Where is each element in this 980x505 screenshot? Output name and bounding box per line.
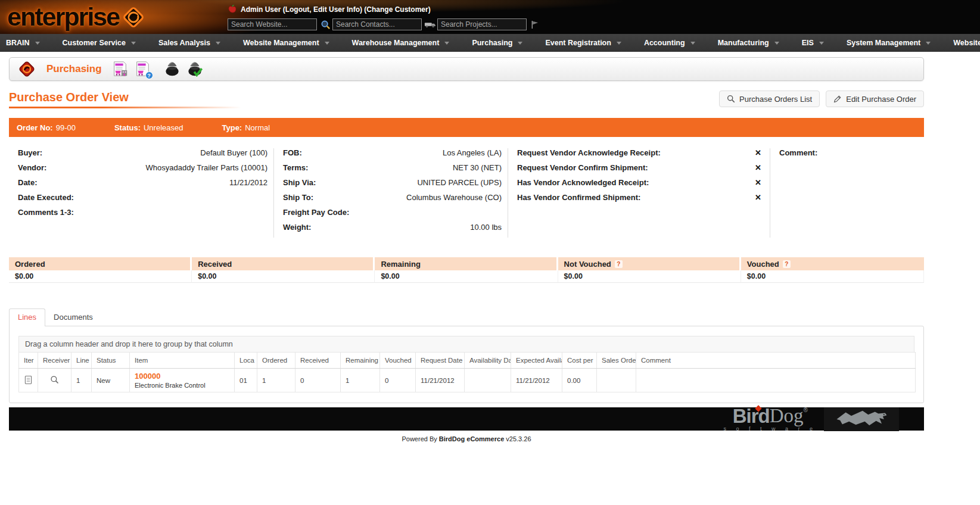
nav-item-warehouse-management[interactable]: Warehouse Management <box>352 39 450 47</box>
user-info[interactable]: Admin User (Logout, Edit User Info) (Cha… <box>241 5 431 14</box>
purchase-order-icon[interactable] <box>110 60 129 79</box>
edit-purchase-order-button[interactable]: Edit Purchase Order <box>826 91 924 107</box>
lines-grid: Iter Receiver Line Status Item Loca Orde… <box>18 352 916 392</box>
order-status: Status:Unreleased <box>114 123 183 132</box>
enterprise-logo[interactable]: enterprise <box>0 0 228 34</box>
help-icon[interactable]: ? <box>615 260 623 268</box>
tab-documents[interactable]: Documents <box>45 309 101 326</box>
availability-date-cell <box>465 369 511 392</box>
mrp-icon[interactable] <box>163 60 182 79</box>
sales-order-cell <box>597 369 636 392</box>
nav-item-manufacturing[interactable]: Manufacturing <box>718 39 779 47</box>
request-date-cell: 11/21/2012 <box>416 369 465 392</box>
chevron-down-icon <box>131 42 136 45</box>
chevron-down-icon <box>690 42 695 45</box>
nav-item-website[interactable]: Website <box>953 39 980 47</box>
column-header-line[interactable]: Line <box>71 353 92 369</box>
column-header-vouched[interactable]: Vouched <box>380 353 416 369</box>
search-icon[interactable] <box>318 19 332 30</box>
column-header-item[interactable]: Item <box>130 353 235 369</box>
chevron-down-icon <box>926 42 931 45</box>
enterprise-logo-text: enterprise <box>7 4 119 30</box>
footer-bar: BirdDog® s o f t w a r e <box>9 407 924 431</box>
status-cell: New <box>92 369 130 392</box>
column-header-status[interactable]: Status <box>92 353 130 369</box>
search-contacts-input[interactable] <box>332 18 422 30</box>
column-header-request-date[interactable]: Request Date <box>416 353 465 369</box>
order-type: Type:Normal <box>222 123 270 132</box>
nav-item-event-registration[interactable]: Event Registration <box>545 39 621 47</box>
powered-by-brand: BirdDog eCommerce <box>439 435 504 442</box>
purchase-orders-list-button[interactable]: Purchase Orders List <box>719 91 820 107</box>
column-header-received[interactable]: Received <box>295 353 341 369</box>
column-header-iter[interactable]: Iter <box>19 353 38 369</box>
item-cell: 100000 Electronic Brake Control <box>130 369 235 392</box>
powered-by-line: Powered By BirdDog eCommerce v25.3.26 <box>9 435 924 442</box>
column-header-expected-available[interactable]: Expected Availab <box>511 353 562 369</box>
help-badge: ? <box>145 71 153 79</box>
nav-item-customer-service[interactable]: Customer Service <box>63 39 136 47</box>
iter-cell <box>19 369 38 392</box>
nav-item-sales-analysis[interactable]: Sales Analysis <box>158 39 220 47</box>
nav-item-purchasing[interactable]: Purchasing <box>472 39 522 47</box>
column-header-sales-order[interactable]: Sales Order <box>597 353 636 369</box>
column-header-remaining[interactable]: Remaining <box>341 353 380 369</box>
mrp-run-icon[interactable] <box>185 60 204 79</box>
column-header-cost-per[interactable]: Cost per <box>562 353 597 369</box>
contacts-car-icon[interactable] <box>423 19 437 30</box>
tab-lines[interactable]: Lines <box>9 308 45 326</box>
column-header-loca[interactable]: Loca <box>235 353 257 369</box>
column-header-receiver[interactable]: Receiver <box>38 353 71 369</box>
nav-item-brain[interactable]: BRAIN <box>6 39 40 47</box>
chevron-down-icon <box>819 42 824 45</box>
chevron-down-icon <box>325 42 329 45</box>
iteration-document-icon[interactable] <box>24 379 32 386</box>
nav-item-website-management[interactable]: Website Management <box>243 39 329 47</box>
chevron-down-icon <box>518 42 522 45</box>
search-projects-input[interactable] <box>437 18 527 30</box>
receiver-cell <box>38 369 71 392</box>
vouched-cell: 0 <box>380 369 416 392</box>
birddog-logo-bird: Bird <box>733 406 770 426</box>
ship-via-value: UNITED PARCEL (UPS) <box>316 178 502 187</box>
purchase-order-help-icon[interactable]: ? <box>133 60 152 79</box>
purchasing-app-icon[interactable] <box>17 60 36 79</box>
detail-tabs: Lines Documents <box>9 308 924 326</box>
column-header-comment[interactable]: Comment <box>636 353 916 369</box>
column-header-ordered[interactable]: Ordered <box>257 353 295 369</box>
title-underline <box>9 107 241 108</box>
birddog-logo: BirdDog® s o f t w a r e <box>723 406 817 432</box>
module-title[interactable]: Purchasing <box>46 63 102 75</box>
details-column-1: Buyer:Default Buyer (100) Vendor:Whosyad… <box>9 148 274 238</box>
weight-value: 10.00 lbs <box>311 223 502 232</box>
expected-available-cell: 11/21/2012 <box>511 369 562 392</box>
chevron-down-icon <box>35 42 40 45</box>
order-details-panel: Buyer:Default Buyer (100) Vendor:Whosyad… <box>9 137 924 251</box>
grid-group-drop-zone[interactable]: Drag a column header and drop it here to… <box>18 336 914 352</box>
item-description: Electronic Brake Control <box>135 382 229 389</box>
total-not-vouched: Not Vouched? $0.00 <box>558 257 741 283</box>
received-cell: 0 <box>295 369 341 392</box>
user-status-icon <box>228 5 237 14</box>
order-no: Order No:99-00 <box>17 123 76 132</box>
nav-item-eis[interactable]: EIS <box>802 39 824 47</box>
column-header-availability-date[interactable]: Availability Da <box>465 353 511 369</box>
comment-cell <box>636 369 916 392</box>
nav-item-system-management[interactable]: System Management <box>847 39 931 47</box>
search-website-input[interactable] <box>228 18 317 30</box>
receiver-search-icon[interactable] <box>50 378 59 385</box>
module-toolbar: Purchasing ? <box>9 57 924 81</box>
comment-label: Comment: <box>779 148 817 157</box>
buyer-value: Default Buyer (100) <box>42 148 267 157</box>
help-icon[interactable]: ? <box>783 260 791 268</box>
order-totals: Ordered $0.00 Received $0.00 Remaining $… <box>9 257 924 283</box>
projects-flag-icon[interactable] <box>528 19 542 30</box>
item-number-link[interactable]: 100000 <box>135 372 229 381</box>
ship-to-value: Columbus Warehouse (CO) <box>313 193 502 202</box>
total-remaining: Remaining $0.00 <box>375 257 558 283</box>
lines-panel: Drag a column header and drop it here to… <box>9 326 924 403</box>
x-mark: ✕ <box>648 163 761 172</box>
nav-item-accounting[interactable]: Accounting <box>644 39 695 47</box>
terms-value: NET 30 (NET) <box>308 163 502 172</box>
line-row: 1 New 100000 Electronic Brake Control 01… <box>19 369 916 392</box>
